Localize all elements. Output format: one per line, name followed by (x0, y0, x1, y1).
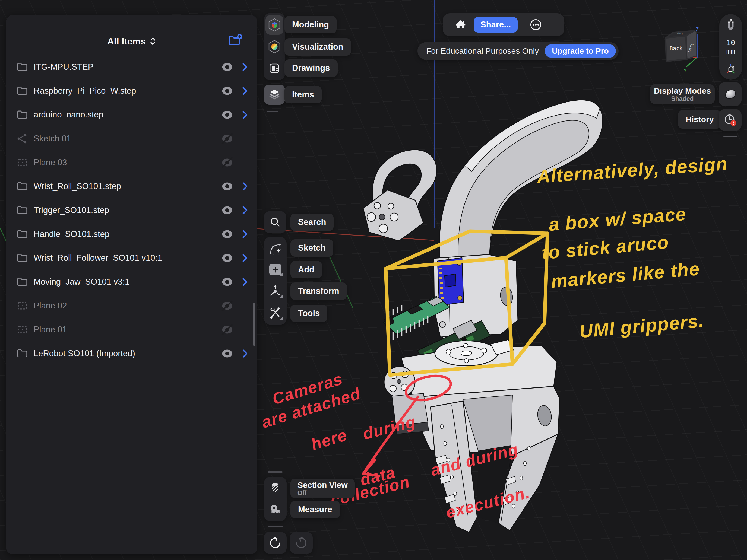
chevron-right-icon[interactable] (239, 276, 250, 287)
item-label: Raspberry_Pi_Pico_W.step (34, 86, 136, 96)
label: Drawings (292, 63, 330, 73)
visibility-eye-icon[interactable] (221, 347, 233, 360)
item-label: Plane 03 (34, 158, 67, 167)
more-options-icon[interactable] (530, 19, 542, 31)
tools-tool-button[interactable] (264, 303, 287, 323)
list-item[interactable]: Wrist_Roll_Follower_SO101 v10:1 (16, 246, 250, 270)
folder-icon (16, 109, 28, 121)
visibility-eye-icon[interactable] (221, 204, 233, 216)
view-cube-front-label[interactable]: Back (670, 45, 683, 52)
home-icon[interactable] (455, 19, 467, 31)
display-mode-icon-button[interactable] (719, 82, 742, 106)
items-panel-header[interactable]: All Items (6, 32, 257, 51)
folder-icon (16, 181, 28, 192)
visibility-eye-icon[interactable] (221, 228, 233, 240)
label: Items (292, 90, 314, 100)
transform-tool-button[interactable] (264, 281, 287, 301)
view-tools-rail (264, 477, 287, 521)
folder-icon (16, 252, 28, 264)
chevron-right-icon[interactable] (239, 109, 250, 120)
list-item[interactable]: Plane 01 (16, 318, 250, 342)
measure-button[interactable] (264, 500, 287, 520)
tool-divider (268, 471, 283, 473)
share-label: Share... (481, 20, 511, 30)
plane-icon (16, 324, 28, 336)
upgrade-to-pro-button[interactable]: Upgrade to Pro (545, 44, 616, 58)
search-label[interactable]: Search (290, 214, 334, 231)
redo-button[interactable] (290, 532, 313, 554)
visibility-eye-icon[interactable] (221, 109, 233, 121)
tab-visualization[interactable] (265, 37, 283, 56)
tab-visualization-label[interactable]: Visualization (284, 38, 351, 56)
view-cube[interactable]: Back Left Top Z Y (662, 26, 706, 75)
visibility-off-icon[interactable] (221, 132, 233, 145)
tab-drawings[interactable] (265, 59, 283, 78)
visibility-eye-icon[interactable] (221, 252, 233, 264)
item-label: Handle_SO101.step (34, 229, 109, 239)
item-label: Wrist_Roll_SO101.step (34, 182, 121, 191)
tools-submenu-indicator (279, 316, 283, 320)
chevron-right-icon[interactable] (239, 85, 250, 96)
share-button[interactable]: Share... (474, 17, 518, 32)
history-button[interactable]: History (678, 110, 721, 129)
list-item[interactable]: Sketch 01 (16, 127, 250, 151)
right-rail-divider (723, 136, 738, 137)
chevron-right-icon[interactable] (239, 205, 250, 216)
grid-size-value[interactable]: 10mm (726, 38, 735, 55)
chevron-right-icon[interactable] (239, 229, 250, 240)
scrollbar-thumb[interactable] (253, 302, 255, 346)
label: Section View (298, 480, 348, 489)
new-folder-icon[interactable] (228, 33, 243, 48)
visibility-eye-icon[interactable] (221, 61, 233, 73)
display-modes-button[interactable]: Display Modes Shaded (650, 84, 715, 104)
list-item[interactable]: Plane 02 (16, 294, 250, 318)
modeling-cube-icon (268, 18, 281, 32)
chevron-right-icon[interactable] (239, 348, 250, 359)
chevron-right-icon[interactable] (239, 181, 250, 192)
list-item[interactable]: Trigger_SO101.step (16, 198, 250, 222)
sketch-label[interactable]: Sketch (290, 239, 333, 257)
tab-modeling-label[interactable]: Modeling (284, 16, 337, 33)
search-button[interactable] (264, 211, 286, 233)
list-item[interactable]: LeRobot SO101 (Imported) (16, 342, 250, 366)
list-item[interactable]: ITG-MPU.STEP (16, 55, 250, 79)
list-item[interactable]: arduino_nano.step (16, 103, 250, 127)
list-item[interactable]: Moving_Jaw_SO101 v3:1 (16, 270, 250, 294)
visibility-off-icon[interactable] (221, 323, 233, 336)
transform-label[interactable]: Transform (290, 283, 347, 300)
tab-items[interactable] (264, 85, 285, 105)
sketch-tool-button[interactable] (264, 239, 287, 258)
undo-button[interactable] (264, 532, 287, 554)
label: Search (298, 217, 326, 227)
add-label[interactable]: Add (290, 261, 322, 278)
panel-title[interactable]: All Items (107, 36, 146, 47)
folder-icon (16, 85, 28, 97)
visibility-eye-icon[interactable] (221, 180, 233, 193)
measure-label[interactable]: Measure (290, 501, 340, 518)
sort-chevrons-icon[interactable] (150, 36, 156, 46)
tools-label[interactable]: Tools (290, 305, 327, 322)
visibility-off-icon[interactable] (221, 299, 233, 312)
item-label: ITG-MPU.STEP (34, 62, 93, 72)
redo-icon (294, 536, 308, 550)
section-view-label[interactable]: Section View Off (290, 479, 355, 498)
magnet-snap-icon[interactable] (724, 19, 737, 31)
history-icon-button[interactable] (719, 109, 742, 131)
item-label: Trigger_SO101.step (34, 205, 109, 215)
list-item[interactable]: Raspberry_Pi_Pico_W.step (16, 79, 250, 103)
list-item[interactable]: Handle_SO101.step (16, 222, 250, 246)
visibility-eye-icon[interactable] (221, 85, 233, 97)
axis-cube-snap-icon[interactable] (724, 63, 737, 75)
tab-items-label[interactable]: Items (284, 86, 321, 103)
undo-icon (268, 536, 282, 550)
visibility-off-icon[interactable] (221, 156, 233, 169)
list-item[interactable]: Plane 03 (16, 151, 250, 175)
drawings-sheet-icon (268, 62, 280, 74)
tab-modeling[interactable] (265, 15, 283, 35)
visibility-eye-icon[interactable] (221, 276, 233, 288)
tab-drawings-label[interactable]: Drawings (284, 59, 338, 77)
chevron-right-icon[interactable] (239, 252, 250, 263)
list-item[interactable]: Wrist_Roll_SO101.step (16, 175, 250, 198)
section-view-button[interactable] (264, 478, 287, 499)
chevron-right-icon[interactable] (239, 61, 250, 73)
